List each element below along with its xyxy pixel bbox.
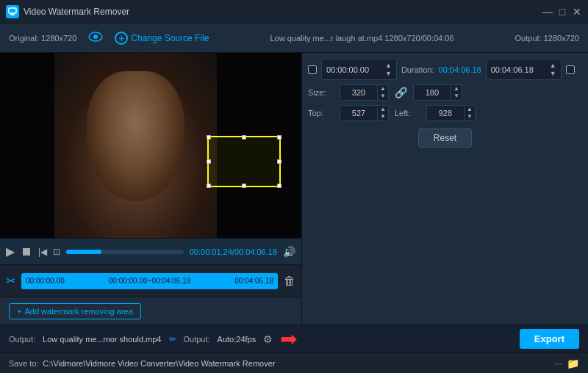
video-left-dark bbox=[0, 53, 60, 238]
output-label: Output: bbox=[9, 335, 35, 344]
end-time-spinners[interactable]: ▲ ▼ bbox=[550, 62, 556, 77]
svg-rect-0 bbox=[9, 8, 16, 13]
video-frame bbox=[0, 53, 301, 238]
change-source-button[interactable]: + Change Source File bbox=[115, 32, 209, 45]
edit-filename-icon[interactable]: ✏ bbox=[169, 334, 176, 344]
time-row: ▲ ▼ Duration: 00:04:06.18 ▲ ▼ bbox=[308, 59, 582, 80]
handle-bottom-left[interactable] bbox=[207, 184, 211, 188]
save-to-label: Save to: bbox=[9, 359, 38, 368]
handle-top-left[interactable] bbox=[207, 135, 211, 140]
position-row: Top: ▲ ▼ Left: ▲ ▼ bbox=[308, 105, 582, 121]
output-filename: Low quality me...mor should.mp4 bbox=[43, 335, 161, 344]
settings-icon[interactable]: ⚙ bbox=[263, 333, 273, 345]
top-label: Top: bbox=[308, 109, 334, 117]
delete-clip-button[interactable]: 🗑 bbox=[284, 275, 295, 288]
add-watermark-area-button[interactable]: + Add watermark removing area bbox=[9, 303, 141, 319]
clip-end-time: 00:04:06.18 bbox=[234, 277, 273, 285]
watermark-selection-box[interactable] bbox=[207, 136, 281, 187]
left-up-button[interactable]: ▲ bbox=[465, 106, 475, 113]
skip-start-button[interactable]: |◀ bbox=[38, 247, 47, 257]
end-checkbox[interactable] bbox=[566, 65, 575, 74]
title-bar-controls: — □ ✕ bbox=[542, 7, 582, 17]
size-row: Size: ▲ ▼ 🔗 ▲ ▼ bbox=[308, 84, 582, 101]
top-input[interactable] bbox=[340, 106, 377, 120]
width-up-button[interactable]: ▲ bbox=[378, 85, 388, 93]
handle-middle-right[interactable] bbox=[277, 159, 282, 164]
output-bar: Output: Low quality me...mor should.mp4 … bbox=[0, 325, 588, 352]
clip-start-time: 00:00:00.00 bbox=[26, 277, 65, 285]
left-down-button[interactable]: ▼ bbox=[465, 113, 475, 120]
handle-top-middle[interactable] bbox=[242, 135, 246, 140]
width-input[interactable] bbox=[340, 86, 377, 99]
height-up-button[interactable]: ▲ bbox=[451, 85, 462, 93]
duration-value: 00:04:06.18 bbox=[439, 65, 481, 74]
left-section: ▶ ⏹ |◀ ⊡ 00:00:01.24/00:04:06.18 🔊 ✂ 00:… bbox=[0, 53, 301, 325]
clip-center-time: 00:00:00.00~00:04:06.18 bbox=[109, 277, 191, 285]
top-down-button[interactable]: ▼ bbox=[378, 113, 388, 120]
maximize-button[interactable]: □ bbox=[557, 7, 567, 17]
output-resolution-label: Output: 1280x720 bbox=[515, 34, 579, 43]
handle-middle-left[interactable] bbox=[207, 159, 211, 164]
left-input-group: ▲ ▼ bbox=[426, 105, 476, 121]
video-preview bbox=[0, 53, 301, 238]
more-options-icon[interactable]: ··· bbox=[555, 358, 562, 369]
left-spinners: ▲ ▼ bbox=[464, 106, 475, 120]
output-format: Auto;24fps bbox=[218, 335, 257, 344]
close-button[interactable]: ✕ bbox=[572, 7, 582, 17]
height-input[interactable] bbox=[414, 86, 451, 99]
start-time-group: ▲ ▼ bbox=[321, 59, 397, 80]
width-input-group: ▲ ▼ bbox=[340, 84, 389, 101]
title-bar-left: Video Watermark Remover bbox=[6, 5, 129, 18]
volume-button[interactable]: 🔊 bbox=[283, 246, 295, 258]
end-time-group: ▲ ▼ bbox=[486, 59, 562, 80]
svg-point-4 bbox=[93, 35, 98, 39]
scissors-icon: ✂ bbox=[6, 274, 15, 288]
duration-label: Duration: bbox=[401, 65, 434, 74]
toolbar: Original: 1280x720 + Change Source File … bbox=[0, 23, 588, 53]
height-down-button[interactable]: ▼ bbox=[451, 93, 462, 100]
export-button[interactable]: Export bbox=[520, 329, 579, 349]
width-down-button[interactable]: ▼ bbox=[378, 93, 388, 100]
minimize-button[interactable]: — bbox=[542, 7, 553, 17]
reset-button[interactable]: Reset bbox=[418, 128, 472, 148]
stop-button[interactable]: ⏹ bbox=[21, 245, 32, 258]
start-time-spinners[interactable]: ▲ ▼ bbox=[385, 62, 392, 77]
app-icon bbox=[6, 5, 19, 18]
clip-track: ✂ 00:00:00.00 00:00:00.00~00:04:06.18 00… bbox=[0, 264, 301, 297]
file-info-label: Low quality me...r laugh at.mp4 1280x720… bbox=[220, 34, 503, 43]
top-input-group: ▲ ▼ bbox=[340, 105, 389, 121]
bottom-controls-bar: + Add watermark removing area bbox=[0, 297, 301, 325]
handle-bottom-right[interactable] bbox=[277, 184, 282, 188]
link-icon: 🔗 bbox=[395, 87, 407, 98]
handle-bottom-middle[interactable] bbox=[242, 184, 246, 188]
arrow-icon: ➡ bbox=[280, 327, 297, 351]
time-display: 00:00:01.24/00:04:06.18 bbox=[190, 247, 277, 256]
screenshot-button[interactable]: ⊡ bbox=[53, 247, 60, 257]
playback-controls: ▶ ⏹ |◀ ⊡ 00:00:01.24/00:04:06.18 🔊 bbox=[0, 238, 301, 264]
top-spinners: ▲ ▼ bbox=[377, 106, 388, 120]
add-circle-icon: + bbox=[115, 32, 128, 45]
title-bar: Video Watermark Remover — □ ✕ bbox=[0, 0, 588, 23]
progress-filled bbox=[66, 250, 101, 254]
right-panel: ▲ ▼ Duration: 00:04:06.18 ▲ ▼ Size: bbox=[301, 53, 588, 325]
end-time-input[interactable] bbox=[491, 65, 550, 74]
left-label: Left: bbox=[395, 109, 420, 117]
width-spinners: ▲ ▼ bbox=[377, 85, 388, 100]
progress-bar[interactable] bbox=[66, 250, 184, 254]
play-button[interactable]: ▶ bbox=[6, 245, 15, 258]
folder-icon[interactable]: 📁 bbox=[567, 358, 579, 369]
plus-icon: + bbox=[17, 307, 21, 316]
content-area: ▶ ⏹ |◀ ⊡ 00:00:01.24/00:04:06.18 🔊 ✂ 00:… bbox=[0, 53, 588, 325]
original-resolution-label: Original: 1280x720 bbox=[9, 34, 76, 43]
left-input[interactable] bbox=[427, 106, 464, 120]
handle-top-right[interactable] bbox=[277, 135, 282, 140]
app-title: Video Watermark Remover bbox=[24, 7, 129, 17]
preview-toggle-button[interactable] bbox=[88, 32, 103, 45]
clip-bar[interactable]: 00:00:00.00 00:00:00.00~00:04:06.18 00:0… bbox=[21, 273, 278, 289]
height-input-group: ▲ ▼ bbox=[413, 84, 462, 101]
start-time-input[interactable] bbox=[326, 65, 385, 74]
top-up-button[interactable]: ▲ bbox=[378, 106, 388, 113]
clip-checkbox[interactable] bbox=[308, 65, 317, 74]
video-content bbox=[54, 53, 217, 238]
height-spinners: ▲ ▼ bbox=[451, 85, 462, 100]
